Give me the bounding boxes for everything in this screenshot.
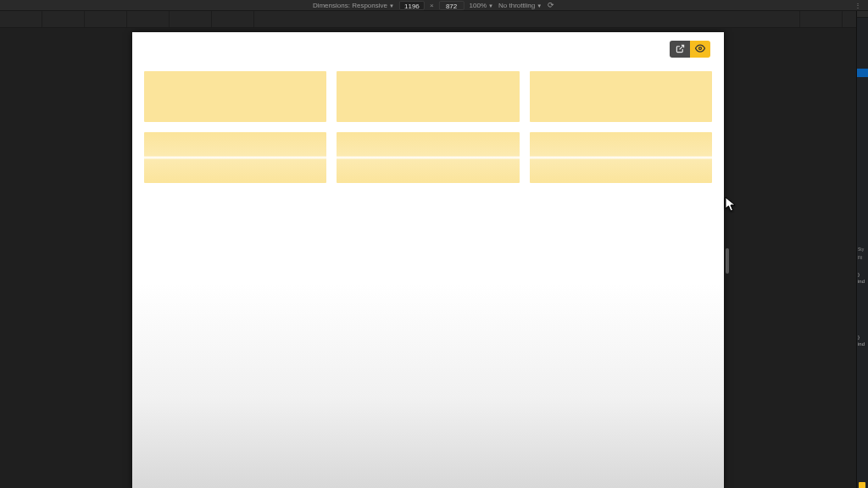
dimensions-label: Dimensions: Responsive▼: [313, 2, 394, 9]
grid-card[interactable]: [144, 132, 326, 183]
grid-card[interactable]: [337, 71, 519, 122]
viewport-height-input[interactable]: 872: [439, 1, 465, 10]
selected-dom-node[interactable]: [857, 69, 868, 77]
card-grid: [144, 71, 712, 183]
color-swatch-icon[interactable]: [859, 482, 865, 488]
devtools-right-panel: Sty Fil } ind } ind: [856, 11, 868, 488]
throttling-dropdown[interactable]: No throttling▼: [498, 2, 542, 9]
styles-filter-label[interactable]: Fil: [857, 255, 868, 260]
grid-card[interactable]: [530, 132, 712, 183]
open-external-button[interactable]: [670, 41, 690, 58]
viewport-width-input[interactable]: 1196: [399, 1, 425, 10]
devtools-elements-tab[interactable]: [857, 11, 868, 18]
external-link-icon: [676, 44, 685, 55]
css-ref: ind: [857, 341, 868, 347]
devtools-ruler-bar: [0, 11, 868, 28]
page-preview-frame: [132, 32, 724, 488]
css-brace: }: [857, 335, 868, 340]
svg-line-0: [679, 45, 683, 49]
styles-pane-label: Sty: [857, 247, 868, 252]
devtools-responsive-toolbar: Dimensions: Responsive▼ 1196 × 872 100%▼…: [0, 0, 868, 11]
eye-icon: [695, 43, 705, 55]
toolbar-more-icon[interactable]: ⋮: [854, 2, 861, 9]
grid-card[interactable]: [530, 71, 712, 122]
grid-card[interactable]: [337, 132, 519, 183]
responsive-viewport-canvas: [0, 28, 856, 488]
svg-point-1: [699, 47, 702, 50]
page-action-button-group: [670, 41, 710, 58]
css-ref: ind: [857, 279, 868, 284]
resize-handle-right[interactable]: [726, 248, 729, 274]
dimensions-separator: ×: [430, 2, 434, 9]
css-brace: }: [857, 272, 868, 277]
preview-button[interactable]: [690, 41, 710, 58]
rotate-icon[interactable]: ⟳: [547, 1, 555, 9]
dimensions-mode-dropdown[interactable]: Responsive▼: [352, 2, 394, 9]
zoom-dropdown[interactable]: 100%▼: [470, 2, 493, 9]
grid-card[interactable]: [144, 71, 326, 122]
